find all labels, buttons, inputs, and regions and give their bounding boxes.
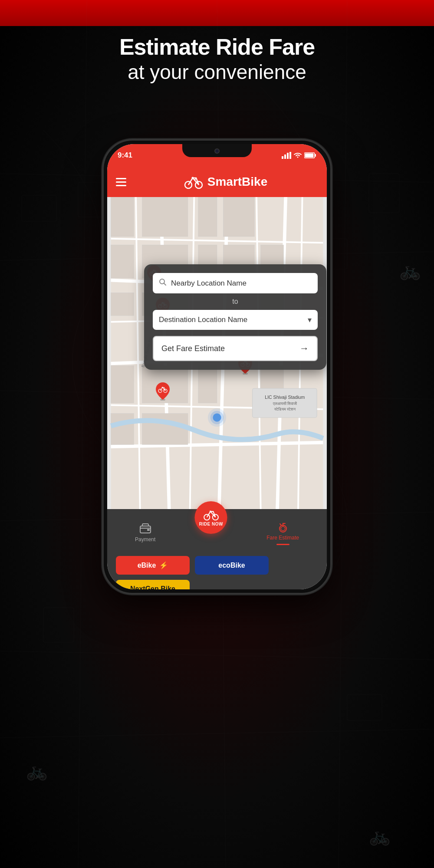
map-view[interactable]: LIC Shivaji Stadium एलआयसी शिवाजी स्टेडि… [107,197,327,509]
smartbike-logo-icon [184,174,203,189]
nav-item-payment[interactable]: Payment [135,523,155,542]
wallet-icon [139,523,151,535]
svg-rect-22 [315,154,316,157]
battery-icon [304,152,316,159]
svg-rect-40 [111,197,134,237]
nav-item-fare-estimate[interactable]: Fare Estimate [266,520,299,545]
svg-rect-41 [142,197,187,237]
phone-screen: 9:41 [107,144,327,589]
svg-rect-16 [282,156,283,159]
svg-line-8 [339,0,347,868]
svg-rect-10 [78,182,104,217]
svg-text:एलआयसी शिवाजी: एलआयसी शिवाजी [273,401,297,406]
svg-text:स्टेडियम स्टेशन: स्टेडियम स्टेशन [274,407,296,411]
nextgen-bike-button[interactable]: NextGen Bike [116,580,190,589]
app-header: SmartBike [107,167,327,197]
svg-rect-85 [147,529,150,531]
svg-rect-52 [111,365,134,403]
svg-rect-18 [287,153,289,159]
svg-rect-54 [198,365,217,403]
svg-rect-14 [43,608,74,642]
svg-rect-9 [22,195,56,221]
hamburger-line-1 [116,178,126,179]
hamburger-line-2 [116,181,126,183]
svg-point-88 [210,511,211,513]
nearby-search-row[interactable]: Nearby Location Name [153,273,318,293]
svg-line-5 [0,729,434,738]
chevron-down-icon: ▾ [308,315,312,325]
svg-rect-15 [347,694,382,720]
svg-rect-12 [369,174,399,213]
svg-line-4 [0,651,434,660]
signal-icon [282,152,291,159]
svg-rect-17 [284,155,286,159]
map-pin-4 [155,381,171,402]
svg-rect-44 [111,245,134,278]
get-fare-estimate-button[interactable]: Get Fare Estimate → [153,336,318,361]
fare-estimate-nav-label: Fare Estimate [266,535,299,541]
svg-rect-43 [223,197,254,237]
ride-now-label: RIDE NOW [199,522,223,526]
svg-rect-21 [305,154,314,158]
destination-location-text: Destination Location Name [159,316,247,324]
svg-point-86 [204,514,210,520]
power-button [331,236,332,271]
calculator-icon [276,520,289,533]
status-icons [282,152,316,159]
ecobike-button[interactable]: ecoBike [195,556,269,575]
wifi-icon [293,152,302,159]
notch [182,144,252,157]
ebike-icon: ⚡ [159,561,168,569]
active-tab-indicator [276,544,289,545]
ebike-button[interactable]: eBike ⚡ [116,556,190,575]
svg-line-6 [78,0,87,868]
status-bar: 9:41 [107,144,327,167]
volume-down-button [102,290,103,325]
ebike-label: eBike [138,562,156,569]
nearby-location-text: Nearby Location Name [171,279,247,288]
destination-row[interactable]: Destination Location Name ▾ [153,310,318,330]
menu-button[interactable] [116,178,126,186]
ride-now-bike-icon [203,509,219,521]
app-logo: SmartBike [133,174,318,189]
bottom-nav-items: Payment RIDE NOW [107,509,327,550]
bike-type-buttons: eBike ⚡ ecoBike NextGen Bike [107,550,327,589]
svg-rect-49 [111,293,134,316]
svg-text:LIC Shivaji Stadium: LIC Shivaji Stadium [265,395,305,400]
bottom-nav: Payment RIDE NOW [107,509,327,589]
search-icon [159,278,167,288]
header-title-line1: Estimate Ride Fare [0,35,434,59]
nextgen-label: NextGen Bike [130,585,175,589]
to-separator: to [153,293,318,310]
search-card: Nearby Location Name to Destination Loca… [144,264,326,370]
phone-frame: 9:41 [102,139,332,595]
camera [214,148,220,154]
header-section: Estimate Ride Fare at your convenience [0,35,434,85]
svg-point-65 [208,408,226,427]
hamburger-line-3 [116,185,126,186]
fare-btn-label: Get Fare Estimate [161,344,225,353]
status-time: 9:41 [118,151,132,160]
svg-rect-56 [111,414,134,445]
ecobike-label: ecoBike [218,562,245,569]
arrow-right-icon: → [299,343,309,354]
ride-now-container: RIDE NOW [194,515,228,550]
volume-up-button [102,249,103,284]
svg-point-25 [191,177,194,179]
header-title-line2: at your convenience [0,59,434,85]
payment-nav-label: Payment [135,536,155,542]
svg-line-83 [164,283,166,286]
ride-now-button[interactable]: RIDE NOW [195,501,227,534]
svg-point-81 [162,387,163,388]
svg-rect-19 [289,152,291,159]
svg-point-90 [281,526,285,531]
app-name: SmartBike [207,175,268,189]
mute-button [102,219,103,240]
svg-rect-42 [198,197,217,237]
